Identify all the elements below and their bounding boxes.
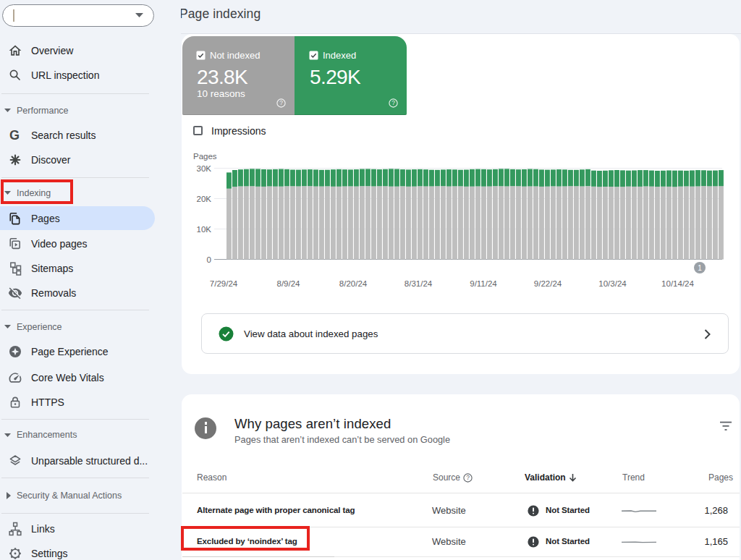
svg-text:10/3/24: 10/3/24: [598, 279, 627, 288]
svg-text:?: ?: [466, 474, 470, 481]
svg-text:8/20/24: 8/20/24: [339, 279, 368, 288]
svg-text:?: ?: [279, 99, 283, 106]
svg-text:9/22/24: 9/22/24: [534, 279, 562, 288]
svg-text:?: ?: [391, 99, 395, 106]
svg-text:10K: 10K: [197, 225, 212, 234]
svg-text:30K: 30K: [197, 164, 212, 173]
svg-text:9/11/24: 9/11/24: [470, 279, 497, 288]
svg-text:20K: 20K: [197, 195, 212, 203]
svg-text:10/14/24: 10/14/24: [661, 279, 694, 288]
svg-text:Pages: Pages: [193, 152, 217, 161]
svg-text:1: 1: [698, 264, 702, 272]
svg-text:8/9/24: 8/9/24: [277, 279, 301, 288]
svg-text:0: 0: [207, 255, 211, 264]
svg-text:7/29/24: 7/29/24: [210, 279, 238, 288]
svg-text:8/31/24: 8/31/24: [405, 279, 433, 288]
